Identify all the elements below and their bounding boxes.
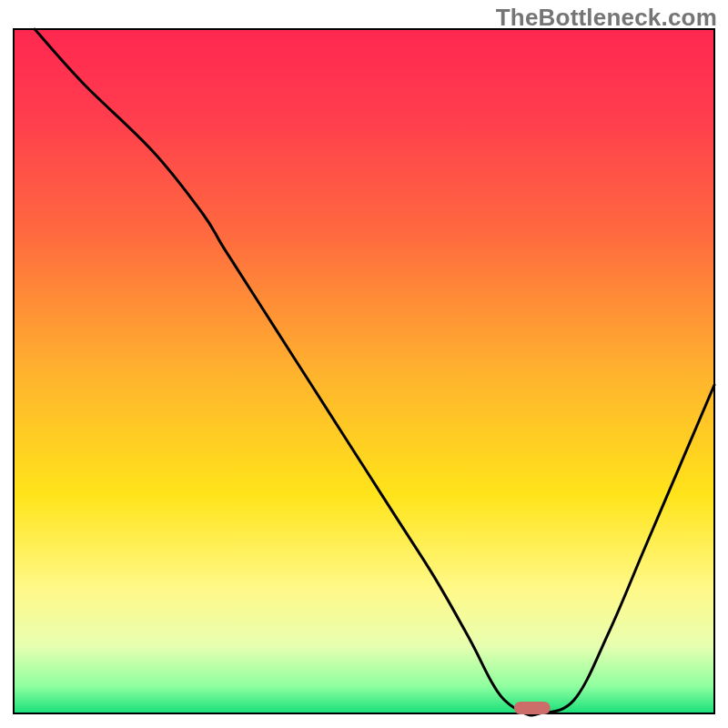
chart-stage: TheBottleneck.com	[0, 0, 728, 728]
plot-area	[14, 29, 714, 713]
optimal-marker	[514, 702, 551, 714]
bottleneck-curve-chart	[0, 0, 728, 728]
